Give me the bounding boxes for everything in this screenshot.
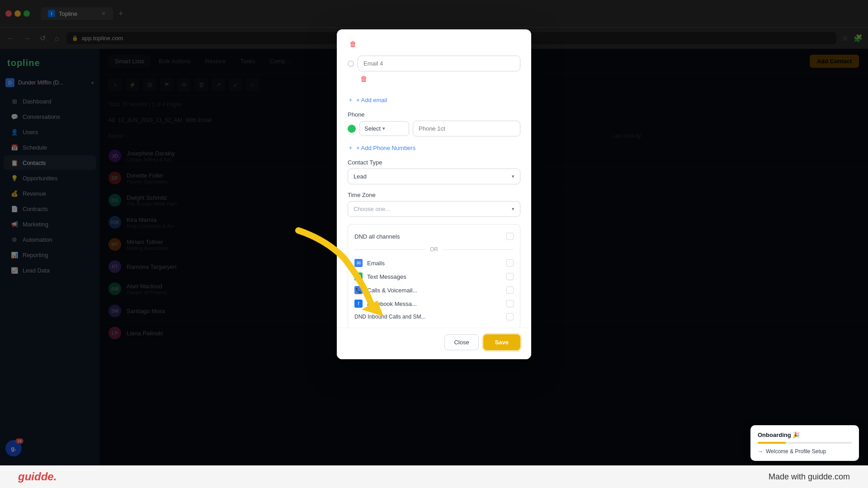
- dnd-fb-left: f Facebook Messa...: [354, 300, 417, 308]
- dnd-sms-checkbox[interactable]: [506, 273, 514, 280]
- contact-type-label: Contact Type: [348, 159, 520, 166]
- timezone-chevron-icon: ▾: [512, 206, 514, 212]
- dnd-inbound-label: DND Inbound Calls and SM...: [354, 314, 425, 320]
- add-phone-link[interactable]: ＋ + Add Phone Numbers: [348, 144, 520, 152]
- dnd-calls-row: 📞 Calls & Voicemail...: [354, 283, 514, 297]
- calls-channel-icon: 📞: [354, 286, 363, 294]
- dnd-sms-row: 💬 Text Messages: [354, 270, 514, 283]
- email4-input[interactable]: [358, 56, 520, 71]
- add-phone-plus-icon: ＋: [348, 144, 354, 152]
- onboarding-progress-bar: [758, 442, 852, 444]
- email-channel-icon: ✉: [354, 259, 363, 267]
- contact-type-group: Contact Type Lead ▾: [348, 159, 520, 184]
- dnd-calls-checkbox[interactable]: [506, 286, 514, 294]
- add-phone-label: + Add Phone Numbers: [356, 145, 415, 151]
- modal-footer: Close Save: [337, 328, 531, 359]
- phone-input[interactable]: [413, 121, 520, 136]
- dnd-fb-row: f Facebook Messa...: [354, 297, 514, 310]
- divider-left: [354, 249, 425, 250]
- dnd-fb-checkbox[interactable]: [506, 300, 514, 307]
- close-button[interactable]: Close: [444, 334, 478, 350]
- dnd-inbound-left: DND Inbound Calls and SM...: [354, 314, 425, 320]
- sms-channel-icon: 💬: [354, 272, 363, 281]
- or-divider: OR: [354, 246, 514, 253]
- save-button[interactable]: Save: [483, 334, 520, 350]
- onboarding-link[interactable]: → Welcome & Profile Setup: [758, 448, 852, 455]
- dnd-all-label: DND all channels: [354, 233, 400, 240]
- add-email-label: + Add email: [356, 97, 387, 103]
- contact-edit-modal: 🗑 🗑 ＋ + Add email Phone Select ▾: [337, 29, 531, 359]
- phone-row: Select ▾: [348, 121, 520, 136]
- dnd-all-checkbox[interactable]: [506, 233, 514, 240]
- fb-channel-icon: f: [354, 300, 363, 308]
- dnd-all-row: DND all channels: [354, 230, 514, 243]
- phone-label: Phone: [348, 111, 520, 118]
- phone-select-chevron-icon: ▾: [382, 126, 385, 131]
- dnd-fb-label: Facebook Messa...: [367, 300, 417, 307]
- email3-delete-row: 🗑: [348, 38, 520, 54]
- guidde-logo: guidde.: [18, 470, 57, 483]
- onboarding-link-text: Welcome & Profile Setup: [766, 448, 826, 455]
- phone-type-select[interactable]: Select ▾: [359, 121, 409, 136]
- dnd-calls-label: Calls & Voicemail...: [367, 287, 417, 294]
- dnd-emails-label: Emails: [367, 260, 385, 267]
- modal-body: 🗑 🗑 ＋ + Add email Phone Select ▾: [337, 29, 531, 328]
- onboarding-arrow-icon: →: [758, 448, 763, 455]
- timezone-placeholder: Choose one...: [354, 206, 390, 212]
- dnd-sms-left: 💬 Text Messages: [354, 272, 406, 281]
- onboarding-progress-fill: [758, 442, 786, 444]
- guidde-footer: guidde. Made with guidde.com: [0, 465, 868, 488]
- timezone-label: Time Zone: [348, 192, 520, 198]
- dnd-emails-left: ✉ Emails: [354, 259, 385, 267]
- timezone-group: Time Zone Choose one... ▾: [348, 192, 520, 217]
- phone-group: Phone Select ▾: [348, 111, 520, 136]
- phone-status-indicator: [348, 125, 356, 133]
- contact-type-value: Lead: [354, 173, 367, 180]
- or-label: OR: [430, 246, 438, 253]
- guidde-text: Made with guidde.com: [769, 472, 850, 482]
- dnd-sms-label: Text Messages: [367, 273, 406, 280]
- delete-email3-btn[interactable]: 🗑: [348, 38, 359, 50]
- dnd-section: DND all channels OR ✉ Emails 💬: [348, 224, 520, 328]
- dnd-inbound-checkbox[interactable]: [506, 313, 514, 320]
- timezone-select[interactable]: Choose one... ▾: [348, 201, 520, 217]
- divider-right: [443, 249, 514, 250]
- onboarding-title: Onboarding 🎉: [758, 432, 852, 438]
- dnd-emails-checkbox[interactable]: [506, 259, 514, 267]
- dnd-emails-row: ✉ Emails: [354, 256, 514, 270]
- radio-email4[interactable]: [348, 61, 354, 67]
- onboarding-card: Onboarding 🎉 → Welcome & Profile Setup: [750, 425, 859, 461]
- contact-type-select[interactable]: Lead ▾: [348, 169, 520, 184]
- dnd-calls-left: 📞 Calls & Voicemail...: [354, 286, 417, 294]
- phone-select-value: Select: [364, 125, 381, 132]
- contact-type-chevron-icon: ▾: [512, 174, 514, 179]
- email4-group: 🗑: [348, 56, 520, 89]
- add-email-plus-icon: ＋: [348, 96, 354, 104]
- dnd-inbound-row: DND Inbound Calls and SM...: [354, 310, 514, 323]
- delete-email4-btn[interactable]: 🗑: [359, 73, 369, 85]
- add-email-link[interactable]: ＋ + Add email: [348, 96, 520, 104]
